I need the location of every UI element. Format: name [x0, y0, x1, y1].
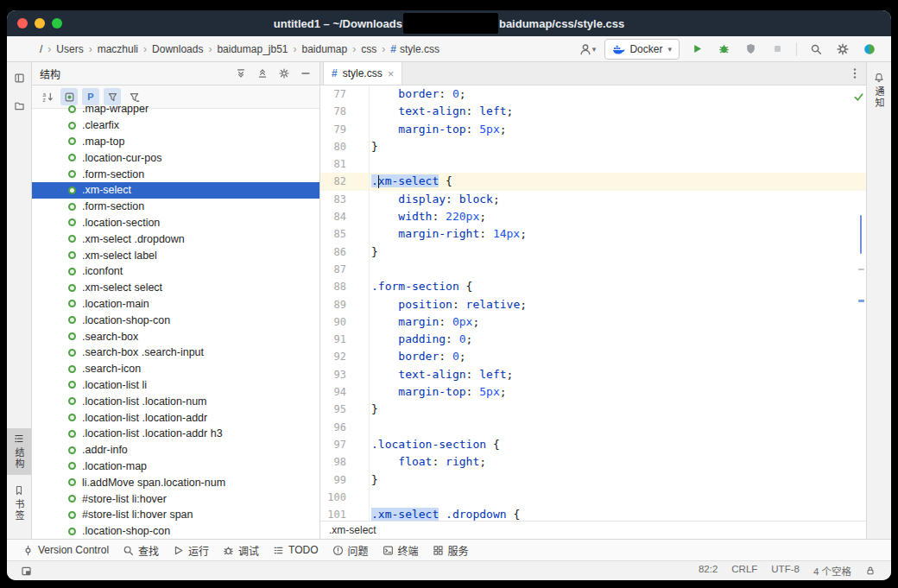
- structure-tree-item[interactable]: .addr-info: [32, 442, 319, 458]
- tool-window-button-services[interactable]: 服务: [426, 540, 476, 560]
- code-line[interactable]: 100: [320, 489, 866, 506]
- indent-style[interactable]: 4 个空格: [813, 564, 851, 578]
- breadcrumb-item[interactable]: maczhuli: [98, 43, 138, 55]
- tool-window-button-problems[interactable]: 问题: [326, 540, 376, 560]
- structure-tree-item[interactable]: .map-wrapper: [32, 101, 319, 117]
- search-everywhere-button[interactable]: [806, 40, 825, 59]
- code-line[interactable]: 81: [320, 155, 866, 173]
- collapse-all-icon[interactable]: [254, 65, 271, 82]
- code-text[interactable]: .location-section {: [369, 436, 866, 453]
- structure-tree-item[interactable]: .location-main: [32, 296, 319, 313]
- coverage-button[interactable]: [741, 40, 760, 59]
- structure-tree-item[interactable]: .location-list .location-num: [32, 393, 319, 409]
- code-line[interactable]: 101.xm-select .dropdown {: [320, 506, 866, 521]
- structure-tree-item[interactable]: .location-section: [32, 215, 319, 231]
- structure-tree-item[interactable]: .clearfix: [32, 117, 319, 134]
- code-text[interactable]: margin-top: 5px;: [369, 383, 866, 401]
- structure-tree-item[interactable]: #store-list li:hover span: [32, 507, 319, 523]
- debug-button[interactable]: [714, 40, 733, 59]
- tab-style-css[interactable]: # style.css ×: [323, 62, 402, 85]
- code-text[interactable]: [369, 419, 866, 436]
- close-window-button[interactable]: [17, 18, 28, 28]
- editor-scrollbar[interactable]: [856, 85, 866, 503]
- code-text[interactable]: position: relative;: [369, 296, 866, 313]
- code-text[interactable]: text-align: left;: [369, 366, 866, 383]
- structure-tree-item[interactable]: .search-box: [32, 328, 319, 345]
- plugin-icon[interactable]: [860, 40, 879, 59]
- code-text[interactable]: margin: 0px;: [369, 313, 866, 331]
- caret-position[interactable]: 82:2: [699, 564, 718, 578]
- minimize-window-button[interactable]: [35, 18, 45, 28]
- structure-tree-item[interactable]: .xm-select label: [32, 247, 319, 263]
- code-text[interactable]: display: block;: [369, 191, 866, 208]
- code-text[interactable]: [369, 155, 866, 173]
- tool-window-button-search[interactable]: 查找: [116, 540, 166, 560]
- editor-breadcrumb-item[interactable]: .xm-select: [329, 524, 376, 536]
- settings-gear-button[interactable]: [833, 40, 852, 59]
- code-line[interactable]: 82.xm-select {: [320, 173, 866, 190]
- code-text[interactable]: border: 0;: [369, 348, 866, 365]
- bookmarks-tool-tab[interactable]: 书签: [7, 480, 31, 527]
- window-layout-icon[interactable]: [17, 562, 35, 579]
- breadcrumb-item[interactable]: #style.css: [390, 43, 440, 55]
- tool-window-button-terminal[interactable]: 终端: [376, 540, 426, 560]
- structure-tree-item[interactable]: .search-icon: [32, 361, 319, 377]
- structure-tree-item[interactable]: .location-shop-con: [32, 523, 319, 539]
- code-line[interactable]: 95}: [320, 401, 866, 418]
- tool-window-button-todo[interactable]: TODO: [266, 540, 325, 560]
- panel-settings-gear-icon[interactable]: [275, 65, 293, 82]
- structure-tree-item[interactable]: .xm-select select: [32, 280, 319, 296]
- code-line[interactable]: 92 border: 0;: [320, 348, 866, 365]
- code-line[interactable]: 88.form-section {: [320, 278, 866, 295]
- code-text[interactable]: margin-right: 14px;: [369, 225, 866, 243]
- hide-panel-icon[interactable]: [297, 65, 314, 82]
- code-text[interactable]: border: 0;: [369, 85, 866, 103]
- run-button[interactable]: [687, 40, 706, 59]
- close-tab-icon[interactable]: ×: [388, 68, 395, 79]
- structure-tree-item[interactable]: .map-top: [32, 134, 319, 150]
- code-line[interactable]: 85 margin-right: 14px;: [320, 225, 866, 243]
- code-line[interactable]: 93 text-align: left;: [320, 366, 866, 383]
- tool-window-button-run[interactable]: 运行: [166, 540, 216, 560]
- structure-tree-item[interactable]: .iconfont: [32, 263, 319, 280]
- code-line[interactable]: 86}: [320, 243, 866, 261]
- tool-window-button-vcs[interactable]: Version Control: [16, 540, 116, 560]
- code-line[interactable]: 89 position: relative;: [320, 296, 866, 313]
- code-text[interactable]: margin-top: 5px;: [369, 121, 866, 138]
- code-line[interactable]: 90 margin: 0px;: [320, 313, 866, 331]
- structure-tree-item[interactable]: .location-map: [32, 458, 319, 475]
- structure-tree-item[interactable]: #store-list li:hover: [32, 490, 319, 507]
- code-text[interactable]: [369, 261, 866, 278]
- code-line[interactable]: 97.location-section {: [320, 436, 866, 453]
- code-line[interactable]: 94 margin-top: 5px;: [320, 383, 866, 401]
- code-text[interactable]: }: [369, 471, 866, 489]
- code-text[interactable]: }: [369, 243, 866, 261]
- structure-tree-item[interactable]: .xm-select .dropdown: [32, 231, 319, 247]
- structure-tree-item[interactable]: .location-cur-pos: [32, 149, 319, 166]
- structure-tree-item[interactable]: .xm-select: [32, 182, 319, 199]
- notifications-tool-tab[interactable]: 通知: [867, 67, 891, 114]
- structure-tree-item[interactable]: .search-box .search-input: [32, 345, 319, 361]
- breadcrumb-item[interactable]: baidumap_jb51: [217, 43, 288, 55]
- code-area[interactable]: 77 border: 0;78 text-align: left;79 marg…: [320, 85, 866, 521]
- code-text[interactable]: .form-section {: [369, 278, 866, 295]
- structure-tree-item[interactable]: .location-list .location-addr h3: [32, 426, 319, 442]
- code-line[interactable]: 96: [320, 419, 866, 436]
- code-line[interactable]: 79 margin-top: 5px;: [320, 121, 866, 138]
- structure-tree-item[interactable]: .location-shop-con: [32, 312, 319, 328]
- code-text[interactable]: float: right;: [369, 453, 866, 471]
- code-text[interactable]: }: [369, 138, 866, 155]
- code-line[interactable]: 99}: [320, 471, 866, 489]
- structure-tree-item[interactable]: .location-list .location-addr: [32, 409, 319, 426]
- breadcrumb-item[interactable]: baidumap: [302, 43, 348, 55]
- code-line[interactable]: 91 padding: 0;: [320, 331, 866, 348]
- docker-run-config-button[interactable]: Docker ▾: [604, 39, 680, 60]
- breadcrumb-item[interactable]: Users: [56, 43, 83, 55]
- folder-icon[interactable]: [10, 97, 28, 114]
- expand-all-icon[interactable]: [232, 65, 250, 82]
- code-text[interactable]: text-align: left;: [369, 103, 866, 120]
- project-view-icon[interactable]: [10, 69, 28, 86]
- tool-window-button-debug[interactable]: 调试: [216, 540, 266, 560]
- breadcrumb-item[interactable]: /: [40, 43, 42, 55]
- code-text[interactable]: }: [369, 401, 866, 418]
